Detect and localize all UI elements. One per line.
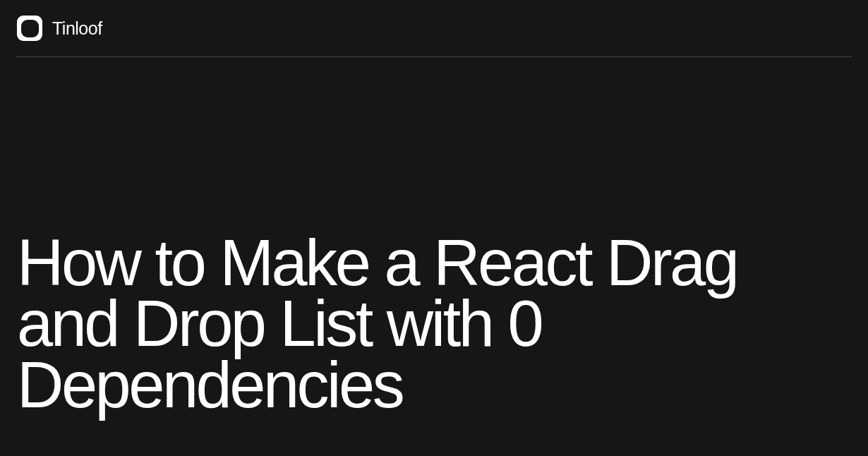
article-title: How to Make a React Drag and Drop List w… bbox=[17, 232, 851, 415]
article-content: How to Make a React Drag and Drop List w… bbox=[0, 57, 868, 415]
site-header: Tinloof bbox=[0, 0, 868, 56]
logo[interactable] bbox=[17, 16, 42, 41]
brand-name[interactable]: Tinloof bbox=[52, 18, 102, 39]
logo-icon bbox=[21, 20, 39, 37]
